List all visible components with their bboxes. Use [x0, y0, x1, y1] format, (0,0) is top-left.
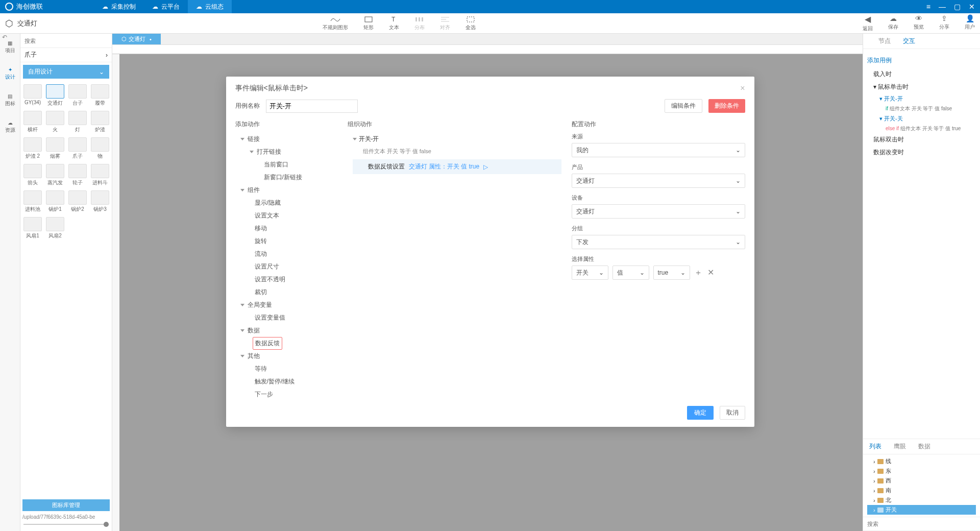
category-dropdown[interactable]: 自用设计⌄ [23, 65, 109, 79]
menu-icon[interactable]: ≡ [926, 3, 930, 11]
zoom-slider[interactable] [20, 524, 112, 531]
component-item[interactable]: 风扇2 [45, 216, 65, 240]
component-item[interactable]: 交通灯 [45, 83, 65, 108]
component-item[interactable]: 炉渣 [90, 110, 110, 134]
bool-select[interactable]: true⌄ [653, 266, 690, 280]
event-datachange[interactable]: 数据改变时 [867, 146, 976, 159]
device-select[interactable]: 交通灯⌄ [572, 204, 745, 219]
delete-condition-button[interactable]: 删除条件 [708, 99, 745, 113]
component-item[interactable]: 进料池 [22, 189, 43, 214]
canvas-tab[interactable]: ⬡交通灯• [112, 34, 161, 44]
breadcrumb[interactable]: 爪子› [20, 48, 112, 62]
component-item[interactable]: 火 [45, 110, 65, 134]
case-close[interactable]: ▾ 开关-关 [867, 113, 976, 124]
component-item[interactable]: 爪子 [67, 136, 88, 161]
org-case-name[interactable]: 开关-开 [353, 133, 561, 146]
event-load[interactable]: 载入时 [867, 68, 976, 81]
maximize-icon[interactable]: ▢ [954, 3, 961, 11]
tree-link[interactable]: 链接 [240, 133, 337, 146]
cancel-button[interactable]: 取消 [720, 406, 745, 420]
component-item[interactable]: 台子 [67, 83, 88, 108]
group-select[interactable]: 下发⌄ [572, 235, 745, 249]
remove-attr-button[interactable]: ✕ [707, 268, 714, 278]
component-item[interactable]: 箭头 [22, 163, 43, 187]
layer-row[interactable]: ›东 [867, 466, 976, 476]
component-item[interactable]: 物 [90, 136, 110, 161]
layer-row[interactable]: ›开关 [867, 505, 976, 515]
tool-select-all[interactable]: 全选 [465, 16, 476, 31]
titlebar-tab-scada[interactable]: ☁云组态 [188, 0, 232, 13]
titlebar-tab-collect[interactable]: ☁采集控制 [94, 0, 144, 13]
tree-set-opacity[interactable]: 设置不透明 [240, 273, 337, 286]
tool-user[interactable]: 👤用户 [965, 14, 975, 32]
component-item[interactable]: 风扇1 [22, 216, 43, 240]
btab-data[interactable]: 数据 [912, 439, 937, 454]
layer-row[interactable]: ›西 [867, 476, 976, 486]
tree-set-var[interactable]: 设置变量值 [240, 311, 337, 324]
tree-move[interactable]: 移动 [240, 222, 337, 235]
tree-rotate[interactable]: 旋转 [240, 235, 337, 248]
tool-save[interactable]: ☁保存 [888, 14, 898, 32]
org-action-row[interactable]: 数据反馈设置 交通灯 属性：开关 值 true ▷ [353, 159, 561, 174]
tool-rect[interactable]: 矩形 [363, 16, 374, 31]
iconlib-manage-button[interactable]: 图标库管理 [22, 499, 110, 511]
layer-search-input[interactable] [867, 521, 976, 527]
tree-wait[interactable]: 等待 [240, 363, 337, 375]
tree-data[interactable]: 数据 [240, 324, 337, 337]
event-click[interactable]: ▾ 鼠标单击时 [867, 81, 976, 93]
attr-select[interactable]: 开关⌄ [572, 266, 608, 280]
btab-eagle[interactable]: 鹰眼 [888, 439, 912, 454]
tree-new-win[interactable]: 新窗口/新链接 [240, 171, 337, 184]
tool-back[interactable]: ◀返回 [863, 14, 873, 32]
tree-open-link[interactable]: 打开链接 [240, 146, 337, 158]
component-item[interactable]: 进料斗 [90, 163, 110, 187]
close-icon[interactable]: ✕ [969, 3, 975, 11]
btab-list[interactable]: 列表 [863, 439, 888, 454]
component-item[interactable]: 灯 [67, 110, 88, 134]
component-item[interactable]: 蒸汽发 [45, 163, 65, 187]
case-open[interactable]: ▾ 开关-开 [867, 93, 976, 104]
layer-row[interactable]: ›线 [867, 456, 976, 466]
search-input[interactable] [24, 38, 108, 44]
tool-align[interactable]: 对齐 [440, 16, 450, 31]
minimize-icon[interactable]: — [939, 3, 946, 11]
layer-row[interactable]: ›南 [867, 486, 976, 495]
tree-cur-win[interactable]: 当前窗口 [240, 158, 337, 171]
product-select[interactable]: 交通灯⌄ [572, 174, 745, 188]
component-item[interactable]: 烟雾 [45, 136, 65, 161]
ok-button[interactable]: 确定 [687, 406, 714, 420]
tree-other[interactable]: 其他 [240, 350, 337, 363]
tree-set-size[interactable]: 设置尺寸 [240, 260, 337, 273]
tree-trigger[interactable]: 触发/暂停/继续 [240, 375, 337, 388]
component-item[interactable]: 锅炉2 [67, 189, 88, 214]
add-attr-button[interactable]: ＋ [694, 268, 702, 278]
rail-icons[interactable]: ▤图标 [0, 87, 20, 113]
value-select[interactable]: 值⌄ [612, 266, 649, 280]
component-item[interactable]: 履带 [90, 83, 110, 108]
play-icon[interactable]: ▷ [483, 163, 488, 171]
modal-close-button[interactable]: × [740, 84, 745, 93]
tree-show-hide[interactable]: 显示/隐藏 [240, 197, 337, 209]
tool-preview[interactable]: 👁预览 [914, 14, 924, 32]
tool-text[interactable]: T文本 [389, 16, 399, 31]
tab-node[interactable]: 节点 [872, 34, 897, 49]
tool-distribute[interactable]: 分布 [414, 16, 425, 31]
component-item[interactable]: GY(34) [22, 83, 43, 108]
component-item[interactable]: 炉渣 2 [22, 136, 43, 161]
tree-component[interactable]: 组件 [240, 184, 337, 197]
source-select[interactable]: 我的⌄ [572, 143, 745, 157]
tool-irregular[interactable]: 不规则图形 [323, 16, 348, 31]
component-item[interactable]: 锅炉1 [45, 189, 65, 214]
edit-condition-button[interactable]: 编辑条件 [665, 99, 702, 113]
tree-next[interactable]: 下一步 [240, 388, 337, 401]
component-item[interactable]: 锅炉3 [90, 189, 110, 214]
tree-global-var[interactable]: 全局变量 [240, 299, 337, 311]
tool-share[interactable]: ⇪分享 [939, 14, 949, 32]
tree-flow[interactable]: 流动 [240, 248, 337, 260]
add-case-link[interactable]: 添加用例 [867, 53, 976, 68]
tree-crop[interactable]: 裁切 [240, 286, 337, 299]
case-name-input[interactable] [266, 100, 358, 113]
tab-interaction[interactable]: 交互 [897, 34, 921, 49]
tree-set-text[interactable]: 设置文本 [240, 209, 337, 222]
rail-resources[interactable]: ☁资源 [0, 113, 20, 140]
